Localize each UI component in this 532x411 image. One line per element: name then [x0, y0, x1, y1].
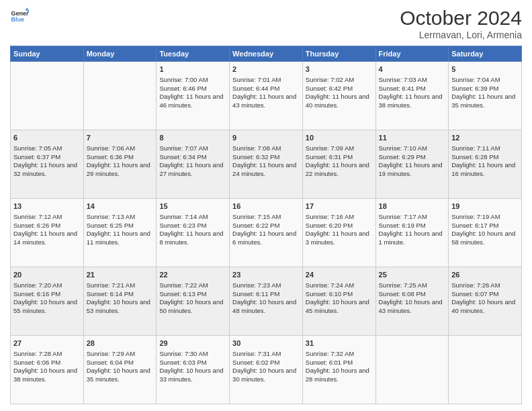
sunset-text: Sunset: 6:41 PM [379, 85, 426, 92]
daylight-text: Daylight: 10 hours and 48 minutes. [232, 298, 296, 314]
sunset-text: Sunset: 6:10 PM [306, 290, 353, 298]
logo: General Blue [10, 7, 29, 26]
day-of-week-header: Thursday [302, 46, 375, 62]
daylight-text: Daylight: 10 hours and 58 minutes. [451, 230, 515, 246]
calendar-cell: 31Sunrise: 7:32 AMSunset: 6:01 PMDayligh… [302, 336, 375, 404]
daylight-text: Daylight: 11 hours and 19 minutes. [379, 161, 443, 177]
sunrise-text: Sunrise: 7:01 AM [232, 76, 281, 83]
calendar-week-row: 27Sunrise: 7:28 AMSunset: 6:06 PMDayligh… [11, 336, 522, 404]
calendar-cell: 5Sunrise: 7:04 AMSunset: 6:39 PMDaylight… [449, 62, 522, 130]
day-number: 30 [232, 338, 300, 349]
calendar-cell: 25Sunrise: 7:25 AMSunset: 6:08 PMDayligh… [375, 267, 449, 336]
daylight-text: Daylight: 11 hours and 14 minutes. [13, 230, 77, 246]
day-number: 31 [306, 338, 373, 349]
sunset-text: Sunset: 6:46 PM [159, 85, 206, 92]
day-of-week-header: Friday [375, 46, 449, 62]
daylight-text: Daylight: 10 hours and 55 minutes. [13, 298, 77, 314]
calendar-cell: 8Sunrise: 7:07 AMSunset: 6:34 PMDaylight… [157, 130, 230, 199]
page-header: General Blue October 2024 Lerrnavan, Lor… [10, 7, 522, 40]
sunset-text: Sunset: 6:32 PM [232, 153, 279, 161]
sunrise-text: Sunrise: 7:30 AM [159, 350, 208, 357]
daylight-text: Daylight: 11 hours and 46 minutes. [159, 93, 223, 109]
daylight-text: Daylight: 10 hours and 35 minutes. [87, 367, 150, 383]
sunset-text: Sunset: 6:11 PM [232, 290, 279, 298]
sunrise-text: Sunrise: 7:26 AM [451, 281, 500, 289]
daylight-text: Daylight: 11 hours and 38 minutes. [379, 93, 443, 109]
sunset-text: Sunset: 6:29 PM [379, 153, 426, 161]
sunset-text: Sunset: 6:03 PM [159, 359, 206, 366]
sunset-text: Sunset: 6:14 PM [87, 290, 134, 298]
daylight-text: Daylight: 10 hours and 53 minutes. [87, 298, 150, 314]
daylight-text: Daylight: 11 hours and 40 minutes. [306, 93, 369, 109]
calendar-cell [449, 336, 522, 404]
calendar-cell: 23Sunrise: 7:23 AMSunset: 6:11 PMDayligh… [230, 267, 303, 336]
day-of-week-header: Wednesday [230, 46, 303, 62]
calendar-cell: 10Sunrise: 7:09 AMSunset: 6:31 PMDayligh… [302, 130, 375, 199]
day-number: 23 [232, 270, 300, 280]
calendar-cell: 20Sunrise: 7:20 AMSunset: 6:16 PMDayligh… [11, 267, 84, 336]
day-number: 12 [451, 133, 519, 143]
sunset-text: Sunset: 6:39 PM [451, 85, 498, 92]
sunrise-text: Sunrise: 7:10 AM [379, 144, 427, 152]
calendar-cell: 26Sunrise: 7:26 AMSunset: 6:07 PMDayligh… [449, 267, 522, 336]
calendar-cell: 22Sunrise: 7:22 AMSunset: 6:13 PMDayligh… [157, 267, 230, 336]
sunrise-text: Sunrise: 7:23 AM [232, 281, 281, 289]
daylight-text: Daylight: 10 hours and 45 minutes. [306, 298, 369, 314]
day-of-week-header: Saturday [449, 46, 522, 62]
sunrise-text: Sunrise: 7:15 AM [232, 213, 281, 220]
sunrise-text: Sunrise: 7:19 AM [451, 213, 500, 220]
sunrise-text: Sunrise: 7:05 AM [13, 144, 62, 152]
sunrise-text: Sunrise: 7:24 AM [306, 281, 354, 289]
month-title: October 2024 [400, 7, 522, 30]
sunrise-text: Sunrise: 7:06 AM [87, 144, 135, 152]
sunset-text: Sunset: 6:01 PM [306, 359, 353, 366]
sunrise-text: Sunrise: 7:32 AM [306, 350, 354, 357]
sunrise-text: Sunrise: 7:25 AM [379, 281, 427, 289]
sunset-text: Sunset: 6:02 PM [232, 359, 279, 366]
daylight-text: Daylight: 11 hours and 35 minutes. [451, 93, 515, 109]
day-number: 29 [159, 338, 226, 349]
calendar-cell: 12Sunrise: 7:11 AMSunset: 6:28 PMDayligh… [449, 130, 522, 199]
day-number: 17 [306, 201, 373, 212]
calendar-cell: 3Sunrise: 7:02 AMSunset: 6:42 PMDaylight… [302, 62, 375, 130]
daylight-text: Daylight: 10 hours and 40 minutes. [451, 298, 515, 314]
sunrise-text: Sunrise: 7:22 AM [159, 281, 208, 289]
sunset-text: Sunset: 6:44 PM [232, 85, 279, 92]
sunrise-text: Sunrise: 7:03 AM [379, 76, 427, 83]
sunset-text: Sunset: 6:07 PM [451, 290, 498, 298]
day-number: 4 [379, 64, 446, 75]
calendar-cell [375, 336, 449, 404]
location-subtitle: Lerrnavan, Lori, Armenia [400, 30, 522, 40]
day-number: 27 [13, 338, 81, 349]
daylight-text: Daylight: 11 hours and 32 minutes. [13, 161, 77, 177]
calendar-page: General Blue October 2024 Lerrnavan, Lor… [0, 0, 532, 411]
sunset-text: Sunset: 6:25 PM [87, 222, 134, 229]
day-of-week-header: Sunday [11, 46, 84, 62]
day-number: 8 [159, 133, 226, 143]
daylight-text: Daylight: 11 hours and 6 minutes. [232, 230, 296, 246]
calendar-cell: 7Sunrise: 7:06 AMSunset: 6:36 PMDaylight… [83, 130, 157, 199]
day-number: 18 [379, 201, 446, 212]
daylight-text: Daylight: 11 hours and 11 minutes. [87, 230, 150, 246]
daylight-text: Daylight: 11 hours and 29 minutes. [87, 161, 150, 177]
sunrise-text: Sunrise: 7:20 AM [13, 281, 62, 289]
sunset-text: Sunset: 6:19 PM [379, 222, 426, 229]
sunrise-text: Sunrise: 7:16 AM [306, 213, 354, 220]
calendar-cell: 4Sunrise: 7:03 AMSunset: 6:41 PMDaylight… [375, 62, 449, 130]
sunrise-text: Sunrise: 7:21 AM [87, 281, 135, 289]
daylight-text: Daylight: 10 hours and 50 minutes. [159, 298, 223, 314]
sunrise-text: Sunrise: 7:17 AM [379, 213, 427, 220]
daylight-text: Daylight: 11 hours and 8 minutes. [159, 230, 223, 246]
daylight-text: Daylight: 10 hours and 38 minutes. [13, 367, 77, 383]
sunset-text: Sunset: 6:16 PM [13, 290, 60, 298]
svg-text:Blue: Blue [11, 16, 24, 23]
day-number: 3 [306, 64, 373, 75]
calendar-week-row: 1Sunrise: 7:00 AMSunset: 6:46 PMDaylight… [11, 62, 522, 130]
daylight-text: Daylight: 11 hours and 3 minutes. [306, 230, 369, 246]
calendar-week-row: 13Sunrise: 7:12 AMSunset: 6:26 PMDayligh… [11, 199, 522, 267]
calendar-cell: 1Sunrise: 7:00 AMSunset: 6:46 PMDaylight… [157, 62, 230, 130]
daylight-text: Daylight: 10 hours and 33 minutes. [159, 367, 223, 383]
day-number: 9 [232, 133, 300, 143]
calendar-table: SundayMondayTuesdayWednesdayThursdayFrid… [10, 46, 522, 404]
day-number: 14 [87, 201, 154, 212]
